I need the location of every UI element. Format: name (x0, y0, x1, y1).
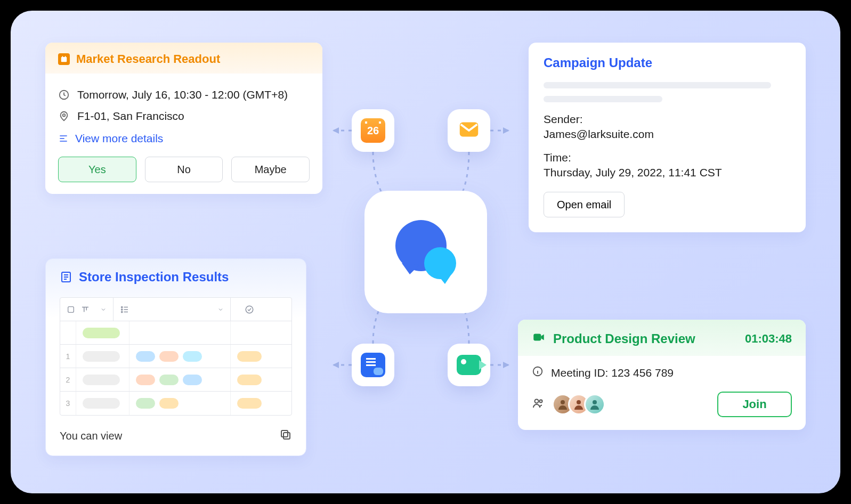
clock-icon (58, 89, 70, 101)
table-row: 3 (60, 392, 291, 415)
table-header-row (60, 298, 291, 321)
messenger-hub-icon (364, 191, 487, 313)
table-header-col-2[interactable] (114, 298, 231, 321)
base-table-card: Store Inspection Results (45, 258, 306, 456)
results-table: 1 2 3 (60, 297, 292, 416)
location-pin-icon (58, 110, 70, 122)
chevron-down-icon (100, 306, 107, 313)
rsvp-no-button[interactable]: No (145, 157, 223, 182)
email-time-value: Thursday, July 29, 2022, 11:41 CST (544, 166, 791, 179)
checkmark-circle-icon (245, 305, 254, 314)
event-time-row: Tomorrow, July 16, 10:30 - 12:00 (GMT+8) (58, 88, 310, 101)
base-card-title: Store Inspection Results (79, 270, 229, 284)
chevron-down-icon (217, 306, 224, 313)
meeting-card-header: Product Design Review 01:03:48 (518, 320, 806, 356)
avatar (584, 394, 605, 415)
svg-point-22 (577, 400, 581, 404)
permission-text: You can view (60, 430, 122, 442)
calendar-day-number: 26 (367, 125, 379, 137)
svg-rect-15 (283, 433, 290, 439)
video-app-icon[interactable] (448, 344, 490, 386)
email-time-label: Time: (544, 151, 791, 164)
base-card-header: Store Inspection Results (60, 270, 292, 284)
svg-rect-5 (62, 56, 63, 58)
email-sender-label: Sender: (544, 113, 791, 126)
table-header-col-3[interactable] (231, 298, 268, 321)
svg-marker-1 (503, 127, 509, 134)
info-icon (532, 365, 544, 380)
svg-rect-17 (533, 334, 541, 341)
email-preview-card: Campaign Update Sender: James@larksuite.… (529, 43, 806, 232)
svg-marker-3 (503, 362, 509, 368)
svg-point-12 (121, 308, 123, 310)
email-card-title: Campaign Update (544, 55, 791, 70)
bullet-list-icon (120, 305, 129, 314)
join-meeting-button[interactable]: Join (717, 392, 792, 417)
svg-point-11 (121, 306, 123, 307)
email-body-skeleton (544, 82, 771, 88)
event-location-row: F1-01, San Francisco (58, 110, 310, 123)
meeting-id-row: Meeting ID: 123 456 789 (532, 365, 792, 380)
participant-avatars (552, 394, 605, 415)
row-number: 1 (60, 345, 76, 368)
meeting-timer: 01:03:48 (745, 332, 792, 346)
calendar-icon (58, 53, 70, 65)
rsvp-yes-button[interactable]: Yes (58, 157, 136, 182)
svg-rect-6 (65, 56, 66, 58)
table-row: 1 (60, 345, 291, 368)
svg-point-14 (246, 306, 253, 313)
video-camera-icon (532, 330, 546, 347)
table-header-col-1[interactable] (60, 298, 114, 321)
row-number: 3 (60, 392, 76, 415)
svg-rect-16 (281, 430, 288, 437)
svg-rect-4 (61, 57, 67, 62)
meeting-id-text: Meeting ID: 123 456 789 (551, 367, 674, 379)
svg-point-21 (561, 400, 565, 404)
calendar-event-card: Market Research Readout Tomorrow, July 1… (45, 43, 322, 194)
view-more-label: View more details (75, 132, 163, 145)
participants-icon (532, 397, 545, 412)
meeting-card: Product Design Review 01:03:48 Meeting I… (518, 320, 806, 430)
svg-point-20 (540, 400, 542, 403)
table-row (60, 321, 291, 345)
svg-point-8 (63, 114, 66, 117)
view-more-details-link[interactable]: View more details (58, 132, 310, 145)
email-body-skeleton (544, 96, 662, 102)
calendar-app-icon[interactable]: 26 (352, 109, 394, 152)
svg-point-13 (121, 311, 123, 312)
calendar-card-title: Market Research Readout (76, 52, 220, 66)
checkbox-icon (67, 305, 75, 314)
svg-marker-0 (333, 127, 339, 134)
email-sender-value: James@larksuite.com (544, 128, 791, 141)
event-time-text: Tomorrow, July 16, 10:30 - 12:00 (GMT+8) (77, 88, 288, 101)
open-email-button[interactable]: Open email (544, 192, 625, 217)
meeting-title: Product Design Review (553, 331, 695, 346)
row-number: 2 (60, 368, 76, 391)
table-list-icon (60, 271, 72, 283)
svg-point-19 (535, 400, 539, 403)
text-type-icon (80, 305, 90, 314)
svg-marker-2 (333, 362, 339, 368)
event-location-text: F1-01, San Francisco (77, 110, 184, 123)
copy-icon[interactable] (279, 428, 292, 444)
app-canvas: Market Research Readout Tomorrow, July 1… (11, 11, 840, 493)
svg-point-23 (593, 400, 597, 404)
docs-app-icon[interactable] (352, 344, 394, 386)
mail-app-icon[interactable] (448, 109, 490, 152)
svg-rect-10 (68, 306, 74, 312)
rsvp-maybe-button[interactable]: Maybe (231, 157, 310, 182)
list-icon (58, 133, 69, 144)
table-row: 2 (60, 368, 291, 392)
calendar-card-header: Market Research Readout (45, 43, 322, 74)
